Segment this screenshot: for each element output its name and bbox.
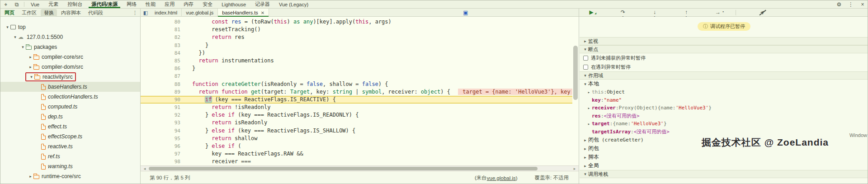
resume-icon[interactable]: ▶◢ bbox=[586, 9, 596, 16]
editor-tab[interactable]: index.html bbox=[151, 9, 182, 17]
section-header-调用堆栈[interactable]: ▾调用堆栈 bbox=[580, 170, 868, 178]
scroll-left-arrow-icon[interactable]: ◂ bbox=[142, 166, 148, 171]
scope-variable-row[interactable]: res: <没有可用的值> bbox=[580, 112, 868, 120]
code-line[interactable]: 82 return res bbox=[141, 33, 572, 41]
code-line[interactable]: 96 } else if ( bbox=[141, 142, 572, 150]
code-editor[interactable]: 80 const res = (toRaw(this) as any)[key]… bbox=[141, 17, 579, 184]
editor-vertical-scrollbar[interactable] bbox=[573, 46, 578, 100]
code-line[interactable]: 88function createGetter(isReadonly = fal… bbox=[141, 80, 572, 88]
editor-tab[interactable]: vue.global.js bbox=[182, 9, 218, 17]
panel-tab[interactable]: Lighthouse bbox=[217, 0, 250, 8]
tree-row[interactable]: ▾reactivity/src bbox=[0, 72, 140, 82]
source-origin-link[interactable]: vue.global.js bbox=[487, 175, 516, 181]
navigator-tab[interactable]: 内容脚本 bbox=[58, 9, 84, 17]
step-icon[interactable]: →• bbox=[713, 9, 723, 16]
panel-tab[interactable]: Vue bbox=[26, 0, 44, 8]
scroll-right-arrow-icon[interactable]: ▸ bbox=[571, 166, 578, 171]
tree-row[interactable]: computed.ts bbox=[0, 102, 140, 112]
section-header-断点[interactable]: ▾断点 bbox=[580, 45, 868, 53]
scope-variable-row[interactable]: key: "name" bbox=[580, 96, 868, 104]
checkbox[interactable] bbox=[583, 56, 588, 61]
more-options-icon[interactable]: ⋮ bbox=[845, 1, 857, 8]
navigator-toggle-icon[interactable]: ◧ bbox=[141, 9, 151, 17]
code-line[interactable]: 85 return instrumentations bbox=[141, 57, 572, 65]
step-out-icon[interactable]: ↑• bbox=[681, 9, 691, 16]
checkbox[interactable] bbox=[583, 65, 588, 70]
scope-group-row[interactable]: ▸脚本 bbox=[580, 153, 868, 161]
scope-variable-row[interactable]: ▸receiver: Proxy(Object) {name: 'HelloVu… bbox=[580, 104, 868, 112]
scope-group-row[interactable]: ▾本地 bbox=[580, 80, 868, 88]
chevron-right-icon: ▸ bbox=[28, 55, 33, 59]
horizontal-scroll-thumb[interactable] bbox=[149, 167, 538, 170]
device-toolbar-icon[interactable]: ⧉ bbox=[11, 0, 22, 8]
scope-variable-row[interactable]: ▸this: Object bbox=[580, 88, 868, 96]
panel-tab[interactable]: 网络 bbox=[122, 0, 141, 8]
tree-row[interactable]: ▾☁127.0.0.1:5500 bbox=[0, 32, 140, 42]
code-line[interactable]: 81 resetTracking() bbox=[141, 26, 572, 33]
tree-row[interactable]: ▾top bbox=[0, 22, 140, 32]
tree-row-content: computed.ts bbox=[33, 102, 80, 111]
editor-extras-icon[interactable]: ▣ bbox=[462, 9, 469, 16]
code-line[interactable]: 95 return shallow bbox=[141, 135, 572, 142]
settings-gear-icon[interactable]: ⚙ bbox=[833, 1, 845, 8]
editor-tab[interactable]: baseHandlers.ts✕ bbox=[218, 9, 269, 17]
tree-row[interactable]: effectScope.ts bbox=[0, 132, 140, 142]
panel-tab[interactable]: 记录器 bbox=[250, 0, 274, 8]
tree-row[interactable]: reactive.ts bbox=[0, 142, 140, 151]
devtools-window: ⌖ ⧉ Vue元素控制台源代码/来源网络性能应用内存安全Lighthouse记录… bbox=[0, 0, 868, 184]
inspect-element-icon[interactable]: ⌖ bbox=[0, 0, 11, 8]
panel-tab[interactable]: 内存 bbox=[179, 0, 198, 8]
panel-tab[interactable]: 应用 bbox=[160, 0, 179, 8]
editor-horizontal-scrollbar[interactable]: ◂ ▸ bbox=[141, 165, 579, 171]
step-into-icon[interactable]: ↓• bbox=[650, 9, 660, 16]
section-header-作用域[interactable]: ▾作用域 bbox=[580, 71, 868, 80]
code-line[interactable]: 83 } bbox=[141, 42, 572, 49]
tree-row[interactable]: collectionHandlers.ts bbox=[0, 92, 140, 102]
code-line[interactable]: 98 receiver === bbox=[141, 158, 572, 165]
code-line[interactable]: 97 key === ReactiveFlags.RAW && bbox=[141, 150, 572, 158]
breakpoint-checkbox-row[interactable]: 遇到未捕获的异常时暂停 bbox=[580, 53, 868, 62]
panel-tab[interactable]: Vue (Legacy) bbox=[274, 0, 313, 8]
close-icon[interactable]: × bbox=[857, 1, 868, 8]
code-token: , args) bbox=[368, 19, 392, 25]
code-line[interactable]: 92 } else if (key === ReactiveFlags.IS_R… bbox=[141, 111, 572, 119]
tree-row[interactable]: ▾packages bbox=[0, 42, 140, 52]
scope-variable-row[interactable]: ▸target: {name: 'HelloVue3'} bbox=[580, 120, 868, 128]
panel-tab[interactable]: 源代码/来源 bbox=[87, 0, 122, 8]
tree-row[interactable]: effect.ts bbox=[0, 122, 140, 132]
breakpoint-checkbox-row[interactable]: 在遇到异常时暂停 bbox=[580, 62, 868, 71]
tree-row[interactable]: ▸compiler-dom/src bbox=[0, 62, 140, 72]
code-line[interactable]: 93 return isReadonly bbox=[141, 119, 572, 127]
tree-row[interactable]: ref.ts bbox=[0, 151, 140, 161]
tree-row[interactable]: baseHandlers.ts bbox=[0, 82, 140, 92]
scope-variable-row[interactable]: targetIsArray: <没有可用的值> bbox=[580, 128, 868, 136]
scope-group-row[interactable]: ▸全局 bbox=[580, 161, 868, 170]
close-tab-icon[interactable]: ✕ bbox=[261, 10, 264, 15]
tree-row[interactable]: ▸compiler-core/src bbox=[0, 52, 140, 62]
code-line[interactable]: 87 bbox=[141, 72, 572, 80]
deactivate-breakpoints-icon[interactable]: ➤ bbox=[758, 9, 768, 16]
execution-line[interactable]: 90 if (key === ReactiveFlags.IS_REACTIVE… bbox=[141, 96, 572, 104]
code-line[interactable]: 86} bbox=[141, 65, 572, 72]
tree-row[interactable]: warning.ts bbox=[0, 161, 140, 171]
panel-tab[interactable]: 元素 bbox=[44, 0, 63, 8]
code-line[interactable]: 89 return function get(target: Target, k… bbox=[141, 88, 572, 96]
code-line[interactable]: 91 return !isReadonly bbox=[141, 104, 572, 111]
section-header-监视[interactable]: ▸监视 bbox=[580, 37, 868, 45]
code-text: } else if ( bbox=[186, 142, 241, 150]
code-line[interactable]: 80 const res = (toRaw(this) as any)[key]… bbox=[141, 18, 572, 26]
panel-tab[interactable]: 性能 bbox=[141, 0, 160, 8]
step-over-icon[interactable]: ↷• bbox=[618, 9, 628, 16]
panel-tab[interactable]: 安全 bbox=[198, 0, 217, 8]
navigator-tab[interactable]: 工作区 bbox=[19, 9, 40, 17]
tree-row[interactable]: dep.ts bbox=[0, 112, 140, 122]
navigator-more-tabs-icon[interactable]: ⋮ bbox=[132, 10, 137, 16]
navigator-tab[interactable]: 网页 bbox=[1, 9, 18, 17]
navigator-tab[interactable]: 替换 bbox=[41, 9, 57, 17]
panel-tab[interactable]: 控制台 bbox=[63, 0, 87, 8]
code-line[interactable]: 94 } else if (key === ReactiveFlags.IS_S… bbox=[141, 127, 572, 135]
tree-row[interactable]: ▸runtime-core/src bbox=[0, 171, 140, 181]
line-number: 96 bbox=[141, 142, 186, 150]
navigator-tab[interactable]: 代码段 bbox=[85, 9, 106, 17]
code-line[interactable]: 84 }) bbox=[141, 49, 572, 57]
